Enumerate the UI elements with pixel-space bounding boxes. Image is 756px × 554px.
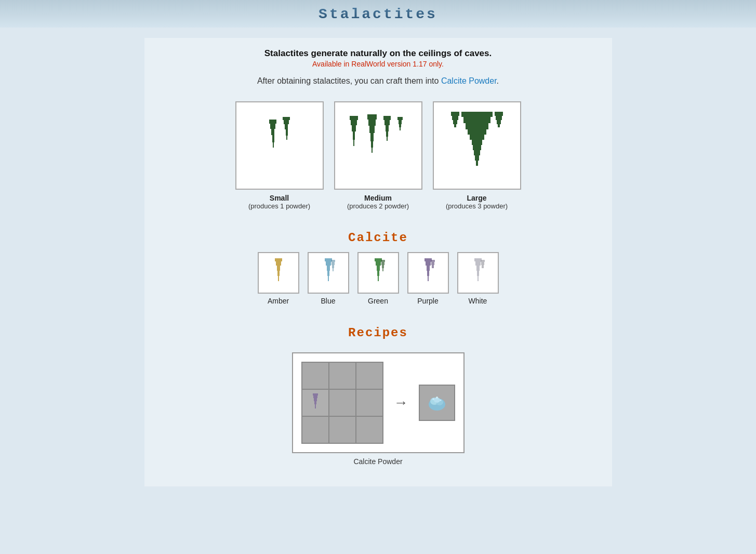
stalactite-box-small <box>235 101 324 190</box>
svg-rect-49 <box>276 261 281 266</box>
calcite-white-label: White <box>469 297 487 305</box>
recipe-label: Calcite Powder <box>353 457 402 466</box>
stalactite-svg-small <box>254 114 306 177</box>
svg-rect-77 <box>431 262 434 265</box>
svg-rect-53 <box>325 258 332 261</box>
svg-rect-36 <box>473 145 481 150</box>
svg-rect-26 <box>397 117 403 120</box>
craft-note-prefix: After obtaining stalactites, you can cra… <box>257 76 441 85</box>
svg-rect-85 <box>481 262 484 265</box>
svg-rect-87 <box>313 393 318 395</box>
craft-cell-1-1 <box>329 390 355 416</box>
svg-rect-10 <box>350 116 358 120</box>
svg-rect-75 <box>428 276 429 281</box>
svg-rect-82 <box>477 271 479 276</box>
svg-rect-78 <box>432 265 434 268</box>
svg-rect-42 <box>453 120 457 124</box>
calcite-powder-result-icon <box>424 390 450 416</box>
description-bold: Stalactites generate naturally on the ce… <box>264 48 492 59</box>
svg-rect-44 <box>495 112 503 116</box>
craft-cell-2-1 <box>329 417 355 443</box>
craft-cell-1-2 <box>356 390 382 416</box>
svg-rect-68 <box>381 262 384 265</box>
svg-rect-8 <box>286 129 288 136</box>
svg-rect-80 <box>475 261 481 266</box>
svg-rect-41 <box>452 116 458 120</box>
svg-rect-23 <box>386 125 389 131</box>
recipes-section-title: Recipes <box>348 326 408 340</box>
size-item-large: Large (produces 3 powder) <box>433 101 521 210</box>
svg-rect-65 <box>377 271 379 276</box>
svg-rect-86 <box>482 265 484 268</box>
svg-rect-12 <box>352 125 356 131</box>
size-medium-sublabel: (produces 2 powder) <box>347 202 409 210</box>
svg-rect-7 <box>285 124 288 129</box>
calcite-svg-purple <box>415 257 441 288</box>
recipe-wrapper: → Calcite Powder <box>292 347 465 466</box>
craft-note-suffix: . <box>497 76 499 85</box>
svg-rect-6 <box>284 120 289 124</box>
svg-rect-62 <box>375 258 382 261</box>
size-small-label: Small <box>270 194 289 202</box>
craft-grid <box>301 362 383 444</box>
size-medium-label: Medium <box>364 194 392 202</box>
svg-rect-57 <box>328 276 329 281</box>
svg-rect-18 <box>370 133 374 141</box>
svg-rect-2 <box>271 129 274 135</box>
craft-cell-0-0 <box>302 363 328 389</box>
svg-rect-64 <box>377 266 380 271</box>
svg-rect-27 <box>399 120 402 124</box>
svg-rect-50 <box>277 266 280 271</box>
svg-rect-58 <box>331 260 335 262</box>
size-section: Small (produces 1 powder) <box>235 101 521 210</box>
calcite-powder-link[interactable]: Calcite Powder <box>441 76 497 85</box>
svg-rect-67 <box>381 260 385 262</box>
svg-rect-52 <box>278 276 279 281</box>
calcite-box-amber <box>258 252 299 294</box>
craft-cell-2-0 <box>302 417 328 443</box>
svg-rect-15 <box>367 114 377 120</box>
svg-point-98 <box>436 397 438 399</box>
svg-rect-74 <box>427 271 429 276</box>
calcite-box-purple <box>407 252 449 294</box>
calcite-section-title: Calcite <box>348 231 408 245</box>
size-large-label: Large <box>467 194 486 202</box>
size-large-sublabel: (produces 3 powder) <box>446 202 508 210</box>
calcite-svg-amber <box>266 257 291 288</box>
svg-rect-13 <box>353 131 355 140</box>
svg-rect-79 <box>474 258 482 261</box>
calcite-item-purple: Purple <box>407 252 449 305</box>
svg-rect-76 <box>431 260 435 262</box>
svg-rect-22 <box>384 120 390 125</box>
craft-cell-0-2 <box>356 363 382 389</box>
calcite-item-amber: Amber <box>258 252 299 305</box>
svg-point-96 <box>432 398 434 400</box>
svg-rect-69 <box>382 265 384 268</box>
svg-rect-51 <box>277 271 280 276</box>
svg-rect-84 <box>481 260 485 262</box>
svg-point-97 <box>440 400 441 401</box>
svg-rect-90 <box>314 401 316 404</box>
calcite-svg-blue <box>315 257 341 288</box>
recipe-arrow-icon: → <box>394 394 408 411</box>
craft-cell-0-1 <box>329 363 355 389</box>
svg-rect-43 <box>454 124 456 127</box>
svg-rect-83 <box>478 276 479 281</box>
page-title: Stalactites <box>0 6 756 22</box>
svg-rect-72 <box>426 261 431 266</box>
calcite-item-blue: Blue <box>308 252 349 305</box>
stalactite-svg-large <box>446 109 508 182</box>
svg-rect-60 <box>332 265 334 268</box>
svg-rect-73 <box>427 266 430 271</box>
svg-rect-21 <box>383 116 391 120</box>
svg-rect-88 <box>313 395 317 398</box>
version-note: Available in RealWorld version 1.17 only… <box>312 60 444 68</box>
svg-rect-70 <box>382 268 383 271</box>
calcite-item-white: White <box>457 252 499 305</box>
svg-rect-47 <box>498 124 500 127</box>
svg-rect-59 <box>331 262 335 265</box>
svg-rect-5 <box>283 117 290 120</box>
svg-rect-20 <box>372 148 373 153</box>
svg-rect-63 <box>376 261 381 266</box>
svg-rect-37 <box>474 150 480 155</box>
